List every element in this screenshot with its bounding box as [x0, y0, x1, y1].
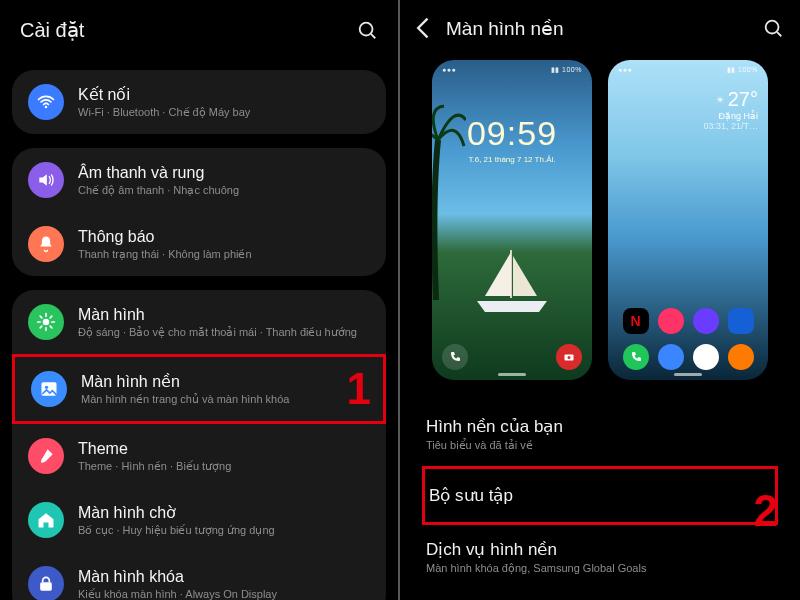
- svg-line-9: [50, 326, 52, 328]
- settings-item-text: ThemeTheme · Hình nền · Biểu tượng: [78, 440, 370, 473]
- settings-item-text: Màn hình khóaKiểu khóa màn hình · Always…: [78, 568, 370, 601]
- svg-line-1: [371, 34, 375, 38]
- settings-item-brush[interactable]: ThemeTheme · Hình nền · Biểu tượng: [12, 424, 386, 488]
- settings-item-sub: Bố cục · Huy hiệu biểu tượng ứng dụng: [78, 524, 370, 537]
- wallpaper-source-list: Hình nền của bạnTiêu biểu và đã tải vềBộ…: [400, 402, 800, 589]
- settings-item-sun[interactable]: Màn hìnhĐộ sáng · Bảo vệ cho mắt thoải m…: [12, 290, 386, 354]
- app-icon: [658, 308, 684, 334]
- app-folder-icon: [728, 308, 754, 334]
- app-netflix-icon: N: [623, 308, 649, 334]
- settings-group: Kết nốiWi-Fi · Bluetooth · Chế độ Máy ba…: [12, 70, 386, 134]
- settings-item-title: Kết nối: [78, 85, 370, 104]
- svg-point-2: [45, 106, 48, 109]
- settings-item-sub: Thanh trạng thái · Không làm phiền: [78, 248, 370, 261]
- settings-item-title: Màn hình nền: [81, 372, 367, 391]
- settings-group: Màn hìnhĐộ sáng · Bảo vệ cho mắt thoải m…: [12, 290, 386, 600]
- callout-number-1: 1: [347, 364, 371, 414]
- settings-item-lock[interactable]: Màn hình khóaKiểu khóa màn hình · Always…: [12, 552, 386, 600]
- settings-item-title: Màn hình khóa: [78, 568, 370, 586]
- sound-icon: [28, 162, 64, 198]
- svg-point-18: [568, 356, 571, 359]
- settings-item-sub: Theme · Hình nền · Biểu tượng: [78, 460, 370, 473]
- settings-item-home[interactable]: Màn hình chờBố cục · Huy hiệu biểu tượng…: [12, 488, 386, 552]
- settings-title: Cài đặt: [20, 18, 84, 42]
- svg-point-15: [766, 21, 779, 34]
- home-apps-row: N: [608, 308, 768, 334]
- wallpaper-source-title: Bộ sưu tập: [429, 485, 771, 506]
- svg-line-16: [777, 32, 781, 36]
- brush-icon: [28, 438, 64, 474]
- settings-item-sub: Màn hình nền trang chủ và màn hình khóa: [81, 393, 367, 406]
- settings-item-text: Âm thanh và rungChế độ âm thanh · Nhạc c…: [78, 164, 370, 197]
- settings-item-sub: Độ sáng · Bảo vệ cho mắt thoải mái · Tha…: [78, 326, 370, 339]
- wallpaper-source-sub: Tiêu biểu và đã tải về: [426, 439, 774, 452]
- settings-item-sound[interactable]: Âm thanh và rungChế độ âm thanh · Nhạc c…: [12, 148, 386, 212]
- wallpaper-source-title: Hình nền của bạn: [426, 416, 774, 437]
- sun-icon: [28, 304, 64, 340]
- wallpaper-source-item[interactable]: Hình nền của bạnTiêu biểu và đã tải về: [422, 402, 778, 466]
- settings-item-text: Màn hình chờBố cục · Huy hiệu biểu tượng…: [78, 503, 370, 537]
- phone-icon: [442, 344, 468, 370]
- image-icon: [31, 371, 67, 407]
- settings-item-title: Thông báo: [78, 228, 370, 246]
- settings-header: Cài đặt: [0, 0, 398, 70]
- wallpaper-header: Màn hình nền: [400, 0, 800, 52]
- settings-item-text: Màn hình nềnMàn hình nền trang chủ và mà…: [81, 372, 367, 406]
- wallpaper-source-item[interactable]: Dịch vụ hình nềnMàn hình khóa động, Sams…: [422, 525, 778, 589]
- palm-decoration: [432, 100, 466, 300]
- contacts-app-icon: [728, 344, 754, 370]
- wallpaper-source-item[interactable]: Bộ sưu tập: [422, 466, 778, 525]
- lockscreen-preview[interactable]: ●●●▮▮ 100% 09:59 T.6, 21 tháng 7 12 Th.Â…: [432, 60, 592, 380]
- settings-group: Âm thanh và rungChế độ âm thanh · Nhạc c…: [12, 148, 386, 276]
- svg-line-11: [50, 316, 52, 318]
- callout-number-2: 2: [754, 486, 778, 536]
- home-dock: [608, 344, 768, 370]
- homescreen-preview[interactable]: ●●●▮▮ 100% ☀ 27° Đặng Hải 03:31, 21/T… N: [608, 60, 768, 380]
- sun-icon: ☀: [716, 95, 724, 105]
- back-icon[interactable]: [410, 14, 438, 42]
- settings-item-title: Màn hình chờ: [78, 503, 370, 522]
- home-indicator: [674, 373, 702, 376]
- wallpaper-pane: Màn hình nền ●●●▮▮ 100% 09:59 T.6, 21 th…: [400, 0, 800, 600]
- weather-widget: ☀ 27° Đặng Hải 03:31, 21/T…: [703, 88, 758, 131]
- lock-icon: [28, 566, 64, 600]
- wifi-icon: [28, 84, 64, 120]
- browser-app-icon: [693, 344, 719, 370]
- phone-app-icon: [623, 344, 649, 370]
- weather-location: Đặng Hải: [703, 111, 758, 121]
- settings-item-title: Màn hình: [78, 306, 370, 324]
- status-bar: ●●●▮▮ 100%: [608, 60, 768, 74]
- camera-icon: [556, 344, 582, 370]
- home-icon: [28, 502, 64, 538]
- settings-item-wifi[interactable]: Kết nốiWi-Fi · Bluetooth · Chế độ Máy ba…: [12, 70, 386, 134]
- settings-item-text: Kết nốiWi-Fi · Bluetooth · Chế độ Máy ba…: [78, 85, 370, 119]
- wallpaper-source-sub: Màn hình khóa động, Samsung Global Goals: [426, 562, 774, 575]
- settings-item-sub: Wi-Fi · Bluetooth · Chế độ Máy bay: [78, 106, 370, 119]
- sailboat-decoration: [467, 246, 557, 316]
- settings-item-title: Âm thanh và rung: [78, 164, 370, 182]
- wallpaper-title: Màn hình nền: [446, 17, 762, 40]
- status-bar: ●●●▮▮ 100%: [432, 60, 592, 74]
- settings-item-sub: Kiểu khóa màn hình · Always On Display: [78, 588, 370, 601]
- svg-rect-14: [40, 582, 52, 590]
- svg-line-10: [40, 326, 42, 328]
- settings-item-text: Thông báoThanh trạng thái · Không làm ph…: [78, 228, 370, 261]
- search-icon[interactable]: [356, 19, 378, 41]
- svg-line-8: [40, 316, 42, 318]
- app-icon: [693, 308, 719, 334]
- bell-icon: [28, 226, 64, 262]
- wallpaper-previews: ●●●▮▮ 100% 09:59 T.6, 21 tháng 7 12 Th.Â…: [400, 52, 800, 402]
- home-indicator: [498, 373, 526, 376]
- weather-temp: 27°: [728, 88, 758, 111]
- settings-item-bell[interactable]: Thông báoThanh trạng thái · Không làm ph…: [12, 212, 386, 276]
- search-icon[interactable]: [762, 17, 784, 39]
- settings-pane: Cài đặt Kết nốiWi-Fi · Bluetooth · Chế đ…: [0, 0, 400, 600]
- messages-app-icon: [658, 344, 684, 370]
- settings-item-image[interactable]: Màn hình nềnMàn hình nền trang chủ và mà…: [12, 354, 386, 424]
- settings-item-title: Theme: [78, 440, 370, 458]
- weather-time: 03:31, 21/T…: [703, 121, 758, 131]
- settings-item-sub: Chế độ âm thanh · Nhạc chuông: [78, 184, 370, 197]
- svg-point-3: [43, 319, 50, 326]
- settings-item-text: Màn hìnhĐộ sáng · Bảo vệ cho mắt thoải m…: [78, 306, 370, 339]
- svg-point-13: [45, 386, 48, 389]
